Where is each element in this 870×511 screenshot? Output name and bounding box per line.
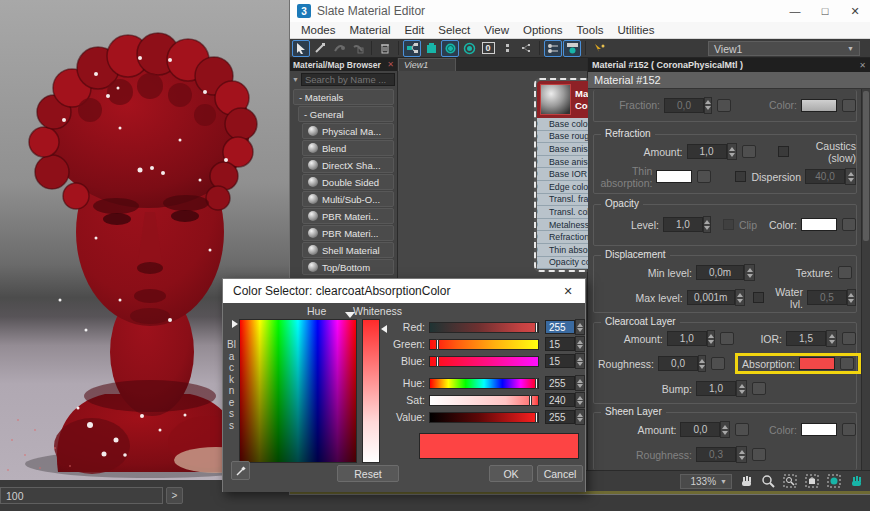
view-selector-dropdown[interactable]: View1 ▼ (708, 41, 860, 56)
red-spinner[interactable] (575, 319, 585, 335)
material-preview-thumbnail[interactable] (540, 84, 571, 115)
pick-material-eyedropper-icon[interactable] (311, 40, 329, 57)
slot-socket-icon[interactable] (537, 208, 538, 215)
refraction-amount-field[interactable]: 1,0 (687, 144, 727, 159)
zoom-region-icon[interactable] (782, 473, 798, 489)
value-value-field[interactable]: 255 (545, 410, 575, 424)
sheen-roughness-map-button[interactable] (752, 448, 766, 461)
menu-options[interactable]: Options (516, 24, 570, 36)
dispersion-spinner[interactable] (845, 168, 856, 185)
sheen-amount-field[interactable]: 0,0 (680, 422, 720, 437)
water-level-spinner[interactable] (847, 289, 856, 306)
green-slider[interactable] (429, 339, 539, 350)
zoom-level-dropdown[interactable]: 133% ▼ (680, 474, 732, 489)
blue-spinner[interactable] (575, 353, 585, 369)
thin-absorption-swatch[interactable] (656, 170, 692, 183)
slot-socket-icon[interactable] (537, 120, 538, 127)
refraction-amount-spinner[interactable] (727, 143, 737, 160)
whiteness-strip[interactable] (362, 319, 380, 463)
minimize-button[interactable]: — (780, 0, 810, 22)
hue-spinner[interactable] (575, 375, 585, 391)
slot-socket-icon[interactable] (537, 158, 538, 165)
menu-material[interactable]: Material (343, 24, 398, 36)
search-input[interactable] (301, 73, 395, 86)
hue-value-field[interactable]: 255 (545, 376, 575, 390)
thin-absorption-map-button[interactable] (697, 170, 711, 183)
opacity-level-spinner[interactable] (703, 216, 711, 233)
material-name-bar[interactable]: Material #152 (588, 72, 870, 89)
fraction-spinner[interactable] (704, 97, 712, 114)
base-color-map-button[interactable] (842, 99, 856, 112)
close-button[interactable]: ✕ (840, 0, 870, 22)
sat-slider-handle[interactable] (529, 395, 532, 406)
params-scrollbar[interactable] (861, 89, 870, 470)
hue-blackness-gradient[interactable] (239, 319, 357, 463)
clearcoat-bump-map-button[interactable] (752, 382, 766, 395)
browser-item-pbr-material-1[interactable]: PBR Materi... (302, 208, 394, 224)
layout-children-icon[interactable] (403, 40, 421, 57)
red-slider-handle[interactable] (535, 322, 538, 333)
opacity-color-map-button[interactable] (842, 218, 856, 231)
menu-tools[interactable]: Tools (570, 24, 611, 36)
clearcoat-ior-spinner[interactable] (826, 330, 837, 347)
zoom-extents-selected-icon[interactable] (826, 473, 842, 489)
slot-socket-icon[interactable] (537, 196, 538, 203)
clearcoat-roughness-spinner[interactable] (698, 355, 706, 372)
clearcoat-amount-field[interactable]: 1,0 (667, 331, 707, 346)
browser-item-blend[interactable]: Blend (302, 140, 394, 156)
browser-item-physical-material[interactable]: Physical Ma... (302, 123, 394, 139)
slot-socket-icon[interactable] (537, 246, 538, 253)
view1-tab[interactable]: View1 (398, 58, 456, 71)
clearcoat-absorption-swatch[interactable] (799, 357, 835, 370)
dispersion-checkbox[interactable] (735, 171, 746, 182)
browser-item-pbr-material-2[interactable]: PBR Materi... (302, 225, 394, 241)
caustics-checkbox[interactable] (778, 146, 789, 157)
select-tool-icon[interactable] (292, 40, 310, 57)
show-nodeslots-icon[interactable] (544, 40, 562, 57)
hue-marker-icon[interactable] (345, 312, 355, 318)
value-slider-handle[interactable] (535, 412, 538, 423)
slot-socket-icon[interactable] (537, 170, 538, 177)
search-options-icon[interactable]: ▼ (292, 76, 299, 83)
menu-modes[interactable]: Modes (294, 24, 343, 36)
delete-icon[interactable] (376, 40, 394, 57)
assign-material-icon[interactable] (330, 40, 348, 57)
show-grid-icon[interactable] (563, 40, 581, 57)
green-value-field[interactable]: 15 (545, 337, 575, 351)
browser-item-shell-material[interactable]: Shell Material (302, 242, 394, 258)
slot-socket-icon[interactable] (537, 259, 538, 266)
sat-slider[interactable] (429, 395, 539, 406)
pick-from-object-icon[interactable] (590, 40, 608, 57)
pan-hand-icon[interactable] (738, 473, 754, 489)
blue-slider-handle[interactable] (436, 356, 439, 367)
red-slider[interactable] (429, 322, 539, 333)
layout-all-icon[interactable] (517, 40, 535, 57)
sat-spinner[interactable] (575, 392, 585, 408)
clearcoat-ior-field[interactable]: 1,5 (786, 331, 826, 346)
zoom-extents-icon[interactable] (804, 473, 820, 489)
fraction-field[interactable]: 0,0 (664, 98, 704, 113)
dispersion-field[interactable]: 40,0 (805, 169, 845, 184)
ok-button[interactable]: OK (489, 465, 533, 482)
slot-socket-icon[interactable] (537, 183, 538, 190)
cancel-button[interactable]: Cancel (537, 465, 583, 482)
water-level-field[interactable]: 0,5 (807, 290, 847, 305)
browser-item-multi-sub-object[interactable]: Multi/Sub-O... (302, 191, 394, 207)
clearcoat-bump-field[interactable]: 1,0 (696, 381, 736, 396)
color-selector-titlebar[interactable]: Color Selector: clearcoatAbsorptionColor… (223, 279, 585, 303)
menu-edit[interactable]: Edit (397, 24, 431, 36)
blue-value-field[interactable]: 15 (545, 354, 575, 368)
browser-item-directx-shader[interactable]: DirectX Sha... (302, 157, 394, 173)
texture-map-button[interactable] (838, 266, 852, 279)
browser-close-icon[interactable]: ✕ (387, 60, 394, 69)
sheen-color-map-button[interactable] (842, 423, 856, 436)
sheen-roughness-spinner[interactable] (736, 446, 747, 463)
clearcoat-amount-map-button[interactable] (720, 332, 734, 345)
put-material-to-scene-icon[interactable] (349, 40, 367, 57)
color-selector-close-button[interactable]: ✕ (551, 279, 585, 303)
max-level-spinner[interactable] (735, 289, 745, 306)
clip-checkbox[interactable] (723, 219, 734, 230)
red-value-field[interactable]: 255 (545, 320, 575, 334)
browser-item-double-sided[interactable]: Double Sided (302, 174, 394, 190)
show-shaded-material-icon[interactable] (441, 40, 459, 57)
